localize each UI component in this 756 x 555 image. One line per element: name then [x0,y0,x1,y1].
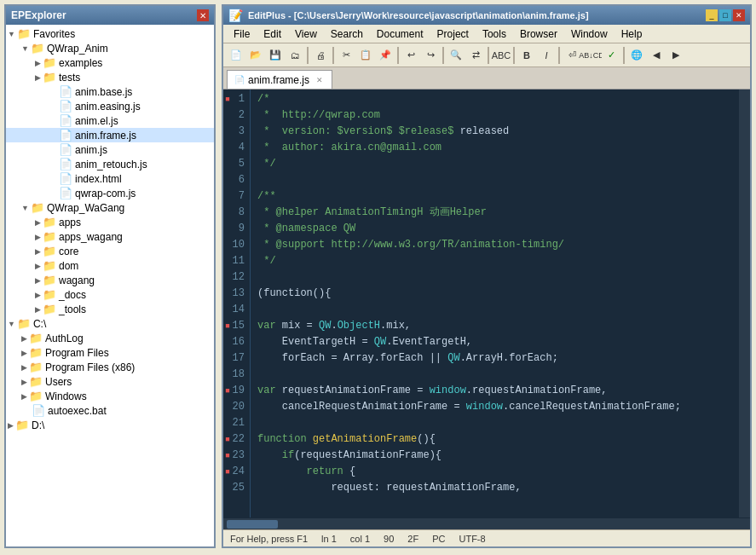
tree-item-tests[interactable]: ▶📁tests [6,70,214,84]
tree-item-favorites[interactable]: ▼📁Favorites [6,26,214,41]
tree-item-authlog[interactable]: ▶📁AuthLog [6,331,214,345]
line-num-1: ◾1 [228,91,245,107]
tree-item-anim-base[interactable]: 📄anim.base.js [6,84,214,99]
replace-button[interactable]: ⇄ [466,46,485,65]
save-all-button[interactable]: 🗂 [286,46,304,65]
horizontal-scrollbar[interactable] [223,517,750,529]
tree-item-qwrap-anim[interactable]: ▼📁QWrap_Anim [6,41,214,55]
code-line-12 [257,269,731,286]
code-line-17: forEach = Array.forEach || QW.ArrayH.for… [257,350,731,367]
line-num-11: 11 [228,253,245,269]
tree-item-wagang[interactable]: ▶📁wagang [6,273,214,287]
tree-item-docs[interactable]: ▶📁_docs [6,287,214,302]
tree-item-windows[interactable]: ▶📁Windows [6,389,214,403]
tree-item-d-drive[interactable]: ▶📁D:\ [6,418,214,432]
browser-button[interactable]: 🌐 [627,46,646,65]
convert-button[interactable]: AB↓CD [582,46,601,65]
menu-file[interactable]: File [227,26,257,42]
ep-close-button[interactable]: ✕ [197,9,209,21]
check-button[interactable]: ✓ [602,46,620,65]
editplus-title: EditPlus - [C:\Users\Jerry\Work\resource… [248,10,589,20]
code-line-20: cancelRequestAnimationFrame = window.can… [257,399,731,415]
tab-anim-frame[interactable]: 📄 anim.frame.js ✕ [227,70,332,89]
status-bar: For Help, press F1 ln 1 col 1 90 2F PC U… [223,529,750,546]
close-button[interactable]: ✕ [733,9,745,21]
undo-button[interactable]: ↩ [401,46,420,65]
ep-file-tree: ▼📁Favorites▼📁QWrap_Anim▶📁examples▶📁tests… [6,25,214,546]
tree-item-anim-frame[interactable]: 📄anim.frame.js [6,128,214,142]
next-button[interactable]: ▶ [667,46,685,65]
code-line-8: * @helper AnimationTimingH 动画Helper [257,205,731,221]
tree-item-anim-retouch[interactable]: 📄anim_retouch.js [6,157,214,171]
new-button[interactable]: 📄 [227,46,245,65]
code-line-10: * @support http://www.w3.org/TR/animatio… [257,237,731,253]
tree-item-apps[interactable]: ▶📁apps [6,215,214,229]
line-num-4: 4 [228,140,245,156]
ep-explorer-title: EPExplorer [11,9,66,21]
redo-button[interactable]: ↪ [421,46,440,65]
code-line-22: function getAnimationFrame(){ [257,431,731,448]
menu-view[interactable]: View [288,26,324,42]
bold-button[interactable]: B [517,46,536,65]
tree-item-autoexec[interactable]: 📄autoexec.bat [6,403,214,418]
line-num-20: 20 [228,399,245,415]
italic-button[interactable]: I [537,46,556,65]
menu-window[interactable]: Window [564,26,615,42]
save-button[interactable]: 💾 [266,46,285,65]
tree-item-index-html[interactable]: 📄index.html [6,171,214,186]
minimize-button[interactable]: _ [706,9,718,21]
menu-document[interactable]: Document [370,26,430,42]
cut-button[interactable]: ✂ [337,46,355,65]
tree-item-qwrap-com[interactable]: 📄qwrap-com.js [6,186,214,200]
line-num-22: ◾22 [228,431,245,448]
prev-button[interactable]: ◀ [647,46,666,65]
menu-help[interactable]: Help [615,26,649,42]
menu-search[interactable]: Search [324,26,370,42]
spell-button[interactable]: ABC [492,46,511,65]
line-num-16: 16 [228,334,245,350]
tree-item-c-drive[interactable]: ▼📁C:\ [6,316,214,331]
line-num-13: 13 [228,286,245,302]
menu-tools[interactable]: Tools [476,26,513,42]
print-button[interactable]: 🖨 [311,46,330,65]
line-num-23: ◾23 [228,448,245,464]
tab-close-icon[interactable]: ✕ [316,76,323,84]
code-line-11: */ [257,253,731,269]
menu-project[interactable]: Project [430,26,476,42]
tree-item-anim-el[interactable]: 📄anim.el.js [6,113,214,128]
toolbar-sep-6 [513,47,515,64]
code-line-19: var requestAnimationFrame = window.reque… [257,383,731,399]
line-num-25: 25 [228,480,245,496]
find-button[interactable]: 🔍 [447,46,465,65]
toolbar-sep-3 [397,47,399,64]
maximize-button[interactable]: □ [719,9,731,21]
code-area[interactable]: /* * http://qwrap.com * version: $versio… [251,90,738,517]
copy-button[interactable]: 📋 [356,46,375,65]
tree-item-dom[interactable]: ▶📁dom [6,258,214,273]
tree-item-tools[interactable]: ▶📁_tools [6,302,214,316]
tree-item-core[interactable]: ▶📁core [6,244,214,258]
status-chars: 90 [384,534,394,544]
tree-item-examples[interactable]: ▶📁examples [6,55,214,70]
tree-item-anim-easing[interactable]: 📄anim.easing.js [6,99,214,113]
editor-area: ◾1234567891011121314◾15161718◾192021◾22◾… [223,90,750,517]
vertical-scrollbar[interactable] [738,90,750,517]
paste-button[interactable]: 📌 [376,46,395,65]
code-line-16: EventTargetH = QW.EventTargetH, [257,334,731,350]
tree-item-program-files-x86[interactable]: ▶📁Program Files (x86) [6,360,214,374]
tree-item-anim-js[interactable]: 📄anim.js [6,142,214,157]
menu-edit[interactable]: Edit [257,26,288,42]
hscroll-thumb[interactable] [227,520,278,529]
tree-item-program-files[interactable]: ▶📁Program Files [6,345,214,360]
status-col: col 1 [350,534,370,544]
code-line-9: * @namespace QW [257,221,731,237]
toolbar-sep-1 [307,47,309,64]
code-line-21 [257,415,731,431]
line-num-18: 18 [228,367,245,383]
tree-item-qwrap-wagang[interactable]: ▼📁QWrap_WaGang [6,200,214,215]
menu-browser[interactable]: Browser [513,26,564,42]
tree-item-users[interactable]: ▶📁Users [6,374,214,389]
tree-item-apps-wagang[interactable]: ▶📁apps_wagang [6,229,214,244]
open-button[interactable]: 📂 [246,46,265,65]
code-line-13: (function(){ [257,286,731,302]
